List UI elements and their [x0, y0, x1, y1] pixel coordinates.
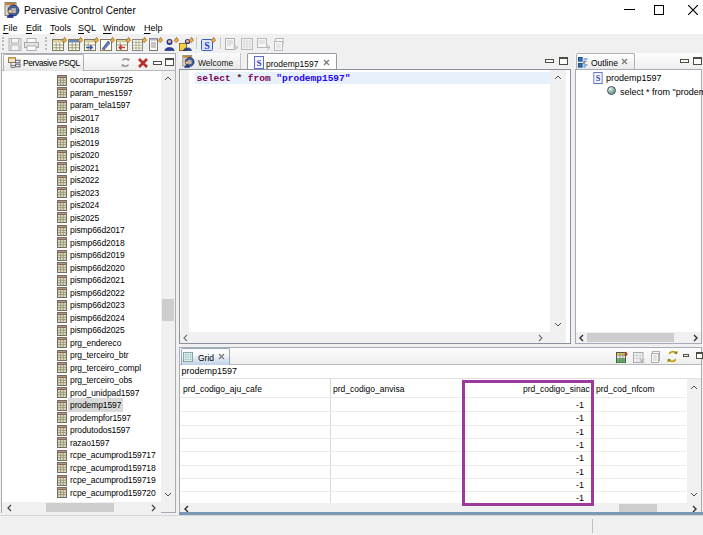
- svg-text:S: S: [596, 74, 601, 83]
- svg-text:S: S: [204, 40, 210, 51]
- svg-text:S: S: [256, 58, 261, 68]
